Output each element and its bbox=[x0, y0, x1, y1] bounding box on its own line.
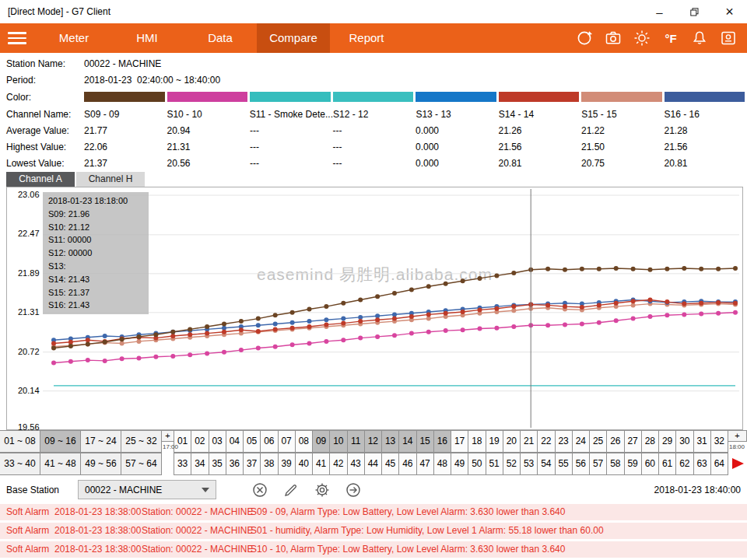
channel-number-cell[interactable]: 10 bbox=[329, 430, 347, 453]
channel-number-cell[interactable]: 24 bbox=[572, 430, 590, 453]
channel-number-cell[interactable]: 18 bbox=[468, 430, 486, 453]
channel-number-cell[interactable]: 46 bbox=[398, 453, 416, 475]
tab-report[interactable]: Report bbox=[330, 23, 403, 53]
channel-number-cell[interactable]: 20 bbox=[503, 430, 521, 453]
channel-number-cell[interactable]: 23 bbox=[555, 430, 573, 453]
channel-number-cell[interactable]: 29 bbox=[658, 430, 676, 453]
settings-gear-icon[interactable] bbox=[313, 481, 331, 499]
channel-number-cell[interactable]: 64 bbox=[710, 453, 728, 475]
channel-number-cell[interactable]: 47 bbox=[416, 453, 434, 475]
trend-chart[interactable]: easemind 易胜明.alibaba.com 23.06 22.47 21.… bbox=[6, 187, 743, 430]
channel-number-cell[interactable]: 37 bbox=[243, 453, 261, 475]
channel-range-cell[interactable]: 57 ~ 64 bbox=[121, 453, 162, 475]
channel-number-cell[interactable]: 06 bbox=[260, 430, 278, 453]
channel-number-cell[interactable]: 16 bbox=[433, 430, 451, 453]
channel-number-cell[interactable]: 02 bbox=[191, 430, 209, 453]
alarm-row[interactable]: Soft Alarm 2018-01-23 18:38:00 Station: … bbox=[0, 541, 747, 558]
channel-number-cell[interactable]: 61 bbox=[658, 453, 676, 475]
alarm-panel-icon[interactable] bbox=[719, 29, 738, 47]
channel-number-cell[interactable]: 17 bbox=[451, 430, 468, 453]
channel-number-cell[interactable]: 15 bbox=[416, 430, 434, 453]
channel-number-cell[interactable]: 13 bbox=[381, 430, 399, 453]
channel-number-cell[interactable]: 32 bbox=[710, 430, 728, 453]
channel-number-cell[interactable]: 08 bbox=[295, 430, 313, 453]
channel-number-cell[interactable]: 30 bbox=[675, 430, 693, 453]
channel-range-cell[interactable]: 25 ~ 32 bbox=[121, 430, 162, 453]
channel-range-cell[interactable]: 01 ~ 08 bbox=[0, 430, 40, 453]
expand-channels-button[interactable]: + bbox=[161, 430, 174, 442]
channel-number-cell[interactable]: 14 bbox=[398, 430, 416, 453]
clear-icon[interactable] bbox=[251, 481, 269, 499]
channel-number-cell[interactable]: 03 bbox=[209, 430, 226, 453]
tab-data[interactable]: Data bbox=[184, 23, 257, 53]
channel-number-cell[interactable]: 50 bbox=[468, 453, 486, 475]
channel-number-cell[interactable]: 62 bbox=[675, 453, 693, 475]
channel-number-cell[interactable]: 33 bbox=[174, 453, 191, 475]
channel-number-cell[interactable]: 19 bbox=[486, 430, 503, 453]
tab-hmi[interactable]: HMI bbox=[110, 23, 184, 53]
channel-number-cell[interactable]: 45 bbox=[381, 453, 399, 475]
tab-meter[interactable]: Meter bbox=[37, 23, 110, 53]
channel-number-cell[interactable]: 09 bbox=[312, 430, 330, 453]
sync-icon[interactable] bbox=[575, 29, 594, 47]
channel-number-cell[interactable]: 59 bbox=[624, 453, 642, 475]
channel-range-cell[interactable]: 49 ~ 56 bbox=[80, 453, 121, 475]
channel-number-cell[interactable]: 52 bbox=[503, 453, 521, 475]
go-arrow-icon[interactable] bbox=[344, 481, 363, 499]
channel-number-cell[interactable]: 04 bbox=[226, 430, 244, 453]
channel-number-cell[interactable]: 22 bbox=[537, 430, 555, 453]
channel-range-cell[interactable]: 41 ~ 48 bbox=[40, 453, 81, 475]
channel-number-cell[interactable]: 63 bbox=[693, 453, 711, 475]
channel-number-cell[interactable]: 43 bbox=[347, 453, 365, 475]
maximize-button[interactable] bbox=[677, 0, 712, 23]
channel-number-cell[interactable]: 41 bbox=[312, 453, 330, 475]
channel-number-cell[interactable]: 58 bbox=[606, 453, 624, 475]
channel-number-cell[interactable]: 07 bbox=[278, 430, 296, 453]
channel-number-cell[interactable]: 51 bbox=[486, 453, 503, 475]
next-page-arrow-icon[interactable] bbox=[732, 458, 744, 469]
edit-icon[interactable] bbox=[282, 481, 300, 499]
alarm-row[interactable]: Soft Alarm 2018-01-23 18:38:00 Station: … bbox=[0, 504, 747, 520]
channel-number-cell[interactable]: 49 bbox=[451, 453, 468, 475]
channel-number-cell[interactable]: 11 bbox=[347, 430, 365, 453]
close-button[interactable]: × bbox=[712, 0, 747, 23]
channel-number-cell[interactable]: 60 bbox=[641, 453, 659, 475]
temperature-unit-icon[interactable]: °F bbox=[661, 29, 680, 47]
channel-range-cell[interactable]: 33 ~ 40 bbox=[0, 453, 40, 475]
channel-number-cell[interactable]: 40 bbox=[295, 453, 313, 475]
channel-number-cell[interactable]: 05 bbox=[243, 430, 261, 453]
channel-number-cell[interactable]: 38 bbox=[260, 453, 278, 475]
channel-number-cell[interactable]: 48 bbox=[433, 453, 451, 475]
channel-range-cell[interactable]: 09 ~ 16 bbox=[40, 430, 81, 453]
alarm-bell-icon[interactable] bbox=[690, 29, 709, 47]
channel-number-cell[interactable]: 54 bbox=[537, 453, 555, 475]
camera-icon[interactable] bbox=[604, 29, 622, 47]
channel-number-cell[interactable]: 31 bbox=[693, 430, 711, 453]
channel-number-cell[interactable]: 55 bbox=[555, 453, 573, 475]
channel-number-cell[interactable]: 39 bbox=[278, 453, 296, 475]
brightness-icon[interactable] bbox=[633, 29, 651, 47]
minimize-button[interactable]: – bbox=[642, 0, 677, 23]
tab-channel-a[interactable]: Channel A bbox=[6, 172, 75, 187]
channel-number-cell[interactable]: 28 bbox=[641, 430, 659, 453]
base-station-select[interactable]: 00022 - MACHINE bbox=[78, 480, 216, 499]
alarm-row[interactable]: Soft Alarm 2018-01-23 18:38:00 Station: … bbox=[0, 523, 747, 539]
tab-channel-h[interactable]: Channel H bbox=[76, 172, 145, 187]
channel-number-cell[interactable]: 53 bbox=[520, 453, 538, 475]
channel-number-cell[interactable]: 26 bbox=[606, 430, 624, 453]
channel-number-cell[interactable]: 44 bbox=[364, 453, 382, 475]
channel-number-cell[interactable]: 36 bbox=[226, 453, 244, 475]
channel-number-cell[interactable]: 12 bbox=[364, 430, 382, 453]
channel-number-cell[interactable]: 42 bbox=[329, 453, 347, 475]
channel-number-cell[interactable]: 34 bbox=[191, 453, 209, 475]
tab-compare[interactable]: Compare bbox=[257, 23, 330, 53]
channel-number-cell[interactable]: 27 bbox=[624, 430, 642, 453]
channel-number-cell[interactable]: 35 bbox=[209, 453, 226, 475]
channel-number-cell[interactable]: 56 bbox=[572, 453, 590, 475]
channel-number-cell[interactable]: 57 bbox=[589, 453, 607, 475]
expand-channels-button[interactable]: + bbox=[728, 430, 747, 442]
menu-icon[interactable] bbox=[8, 29, 26, 47]
channel-range-cell[interactable]: 17 ~ 24 bbox=[80, 430, 121, 453]
channel-number-cell[interactable]: 21 bbox=[520, 430, 538, 453]
channel-number-cell[interactable]: 25 bbox=[589, 430, 607, 453]
